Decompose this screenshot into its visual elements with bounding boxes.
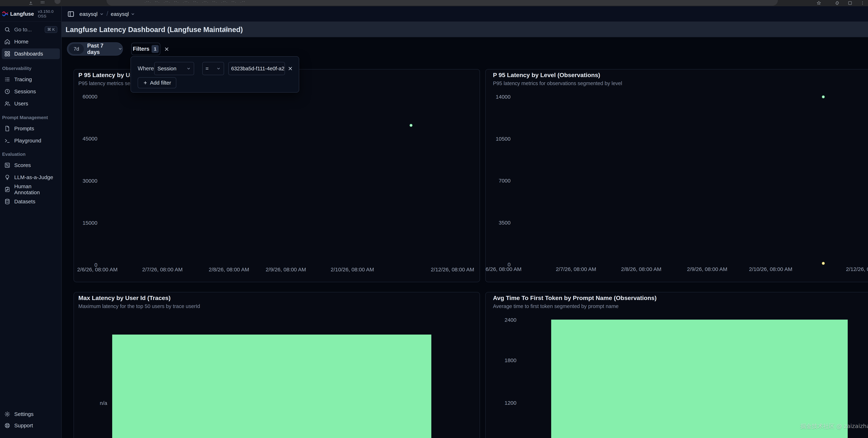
browser-tab-favicon [55,0,61,4]
page-header: Langfuse Latency Dashboard (Langfuse Mai… [62,22,868,37]
sidebar-item-datasets[interactable]: Datasets [2,195,60,208]
sidebar-item-label: Tracing [14,76,32,83]
chart-title: P 95 Latency by Level (Observations) [493,71,600,79]
browser-extension-icon[interactable] [835,1,839,5]
file-icon [4,126,10,132]
y-axis-tick-label: 7000 [486,177,510,184]
top-navigation-bar: easysql / easysql [62,6,868,22]
chevron-down-icon [130,12,135,17]
sidebar-item-label: Prompts [14,126,34,132]
plus-icon [143,80,148,85]
chart-title: Max Latency by User Id (Traces) [79,294,170,302]
add-filter-button[interactable]: Add filter [138,77,176,88]
date-range-label: Past 7 days [87,42,115,55]
sidebar-logo-row[interactable]: Langfuse v3.150.0 OSS [0,6,62,22]
x-axis-tick-label: 2/10/26, 08:00 AM [331,267,374,273]
scatter-point[interactable] [822,95,825,98]
home-icon [4,39,10,45]
scatter-point[interactable] [822,262,825,265]
database-icon [4,198,10,205]
sidebar-item-sessions[interactable]: Sessions [2,86,60,98]
users-icon [4,101,10,107]
search-icon [4,27,10,33]
project-selector[interactable]: easysql [111,11,135,17]
score-icon [4,162,10,168]
chart-subtitle: P95 latency metrics seg [79,81,133,86]
clear-filters-button[interactable] [162,45,171,54]
info-icon[interactable] [223,27,229,33]
filters-button[interactable]: Filters 1 [131,43,160,55]
browser-url-text: ‸‥·ːˑ·‥ːˑ·‥·ːˑ·‥ːˑ·‥·ːˑ·‥ːˑ·‥·ːˑ·‥ːˑ·‥·ː… [139,0,602,2]
y-axis-tick-label: n/a [74,400,107,407]
sidebar-item-label: Settings [14,411,33,417]
go-to-search[interactable]: Go to... ⌘ K [2,25,60,35]
where-label: Where [138,62,154,75]
browser-menu-icon[interactable] [860,1,865,5]
sidebar-item-label: Support [14,423,33,429]
browser-download-icon[interactable] [29,1,33,5]
keyboard-shortcut-badge: ⌘ K [45,26,57,33]
x-axis-tick-label: 2/7/26, 08:00 AM [142,267,183,273]
langfuse-logo-icon [2,10,8,18]
chart-subtitle: Maximum latency for the top 50 users by … [79,303,200,309]
sidebar-item-support[interactable]: Support [2,420,60,431]
bar-segment[interactable] [551,320,848,438]
filter-column-select[interactable]: Session [154,62,194,75]
y-axis-tick-label: 1200 [486,399,517,406]
y-axis-tick-label: 3500 [486,219,510,226]
x-axis-tick-label: 2/6/26, 08:00 AM [485,266,522,273]
chart-card-p95-latency-by-user: P 95 Latency by Use P95 latency metrics … [73,69,480,282]
watermark-text: 掘金技术社区 @ zaizaizhao [800,422,868,430]
y-axis-tick-label: 14000 [486,93,510,100]
y-axis-tick-label: 2400 [486,316,517,323]
sidebar-item-human-annotation[interactable]: Human Annotation [2,183,60,195]
sidebar-item-users[interactable]: Users [2,98,60,110]
browser-bar: ‸‥·ːˑ·‥ːˑ·‥·ːˑ·‥ːˑ·‥·ːˑ·‥ːˑ·‥·ːˑ·‥ːˑ·‥·ː… [0,0,868,6]
sidebar: Langfuse v3.150.0 OSS Go to... ⌘ K HomeD… [0,6,62,438]
y-axis-tick-label: 10500 [486,135,510,143]
chart-title: Avg Time To First Token by Prompt Name (… [493,294,657,302]
sidebar-item-settings[interactable]: Settings [2,408,60,420]
browser-profile-icon[interactable] [848,1,852,5]
sidebar-item-playground[interactable]: Playground [2,135,60,147]
chevron-down-icon [216,66,221,71]
org-selector[interactable]: easysql [80,11,104,17]
x-axis-tick-label: 2/7/26, 08:00 AM [556,266,596,273]
x-axis-tick-label: 2/6/26, 08:00 AM [77,267,118,273]
scatter-point[interactable] [410,124,412,127]
annotation-icon [4,186,10,192]
sidebar-item-llm-as-a-judge[interactable]: LLM-as-a-Judge [2,171,60,183]
filters-count-badge: 1 [152,45,159,53]
sidebar-item-home[interactable]: Home [2,37,60,46]
sidebar-items: HomeDashboardsObservabilityTracingSessio… [2,37,60,208]
chart-card-avg-ttft-by-prompt: Avg Time To First Token by Prompt Name (… [485,292,868,438]
filter-operator-value: = [206,65,209,71]
chevron-down-icon [186,66,191,71]
chart-subtitle: Average time to first token segmented by… [493,303,619,309]
y-axis-tick-label: 30000 [74,177,97,184]
filter-value-input[interactable]: 6323ba5d-f111-4e0f-a2 [228,62,285,75]
sidebar-item-dashboards[interactable]: Dashboards [2,49,60,59]
date-range-picker[interactable]: 7d Past 7 days [67,42,123,56]
sidebar-toggle-button[interactable] [66,9,75,19]
project-name: easysql [111,11,129,17]
filter-operator-select[interactable]: = [202,62,224,75]
x-axis-tick-label: 2/8/26, 08:00 AM [621,266,661,273]
sidebar-item-prompts[interactable]: Prompts [2,123,60,135]
remove-filter-button[interactable] [286,65,294,72]
filters-label: Filters [133,46,149,52]
org-name: easysql [80,11,98,17]
sidebar-item-label: Dashboards [14,51,43,57]
sidebar-section-label: Prompt Management [2,114,60,121]
sidebar-item-tracing[interactable]: Tracing [2,73,60,86]
bar-segment[interactable] [112,335,431,438]
chevron-down-icon [99,12,104,17]
browser-apps-grid-icon[interactable] [40,1,45,5]
gear-icon [4,411,10,417]
breadcrumb: easysql / easysql [80,6,135,22]
browser-bookmark-icon[interactable] [816,1,821,5]
list-tree-icon [4,76,10,83]
sidebar-item-label: Playground [14,137,41,144]
filter-column-value: Session [157,65,177,71]
sidebar-item-scores[interactable]: Scores [2,159,60,171]
